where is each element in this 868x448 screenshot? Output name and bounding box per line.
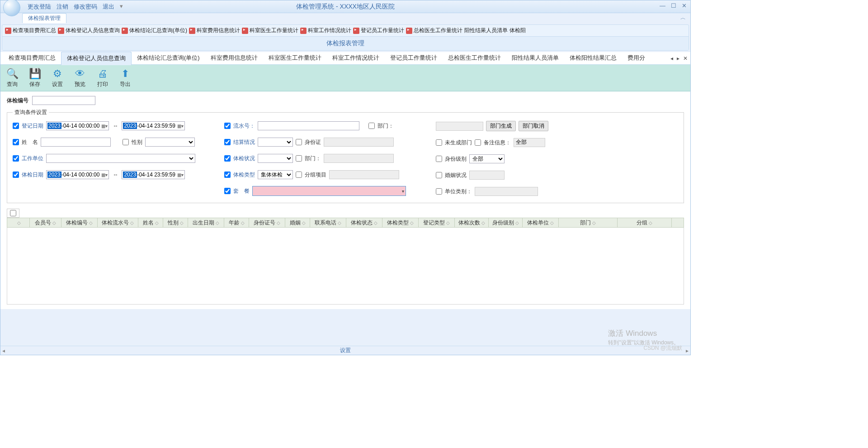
tab-scroll-right-icon[interactable]: ▸	[677, 55, 679, 62]
calendar-icon[interactable]: ▦▾	[177, 172, 184, 177]
select-id-level[interactable]: 全部	[469, 154, 505, 163]
chk-id-level[interactable]	[436, 156, 442, 162]
tab-close-icon[interactable]: ✕	[683, 55, 688, 62]
col-10[interactable]: 联系电话◇	[310, 218, 346, 227]
input-name[interactable]	[41, 138, 111, 147]
col-15[interactable]: 身份级别◇	[489, 218, 523, 227]
reg-date-from[interactable]: 2023-04-14 00:00:00▦▾	[46, 121, 109, 130]
minimize-icon[interactable]: —	[660, 2, 665, 9]
subtab-10[interactable]: 费用分	[622, 52, 651, 65]
subtab-2[interactable]: 体检结论汇总查询(单位)	[132, 52, 205, 65]
col-8[interactable]: 身份证号◇	[249, 218, 285, 227]
maximize-icon[interactable]: ☐	[671, 2, 676, 9]
tb-export[interactable]: ⬆导出	[117, 67, 133, 89]
chk-name[interactable]	[13, 139, 19, 145]
ribbon-item-1[interactable]: 体检登记人员信息查询	[58, 27, 120, 34]
chk-package[interactable]	[224, 188, 231, 194]
subtab-1[interactable]: 体检登记人员信息查询	[61, 52, 132, 65]
ribbon-item-0[interactable]: 检查项目费用汇总	[5, 27, 56, 34]
select-exam-type[interactable]: 集体体检	[258, 170, 293, 179]
menu-change-login[interactable]: 更改登陆	[26, 2, 53, 12]
col-9[interactable]: 婚姻◇	[285, 218, 310, 227]
subtab-4[interactable]: 科室医生工作量统计	[263, 52, 327, 65]
chk-reg-date[interactable]	[13, 123, 19, 129]
select-package[interactable]: ▾	[252, 186, 406, 196]
ribbon-item-2[interactable]: 体检结论汇总查询(单位)	[122, 27, 187, 34]
btn-dept-gen[interactable]: 部门生成	[486, 121, 516, 131]
chk-id[interactable]	[296, 139, 302, 145]
chk-dept1[interactable]	[368, 123, 375, 129]
exam-date-from[interactable]: 2023-04-14 00:00:00▦▾	[46, 170, 109, 179]
col-5[interactable]: 性别◇	[163, 218, 188, 227]
col-13[interactable]: 登记类型◇	[419, 218, 455, 227]
chk-exam-status[interactable]	[224, 155, 231, 162]
menu-exit[interactable]: 退出	[101, 2, 116, 12]
col-14[interactable]: 体检次数◇	[455, 218, 489, 227]
chk-group[interactable]	[296, 172, 302, 178]
input-flow[interactable]	[258, 121, 359, 130]
col-1[interactable]: 会员号◇	[30, 218, 61, 227]
calendar-icon[interactable]: ▦▾	[101, 172, 108, 177]
ribbon-item-5[interactable]: 科室工作情况统计	[300, 27, 351, 34]
subtab-0[interactable]: 检查项目费用汇总	[3, 52, 61, 65]
chk-unit[interactable]	[13, 155, 19, 162]
ribbon-item-7[interactable]: 总检医生工作量统计	[406, 27, 462, 34]
reg-date-to[interactable]: 2023-04-14 23:59:59▦▾	[122, 121, 184, 130]
scroll-right-icon[interactable]: ▸	[686, 348, 689, 354]
subtab-3[interactable]: 科室费用信息统计	[205, 52, 263, 65]
subtab-6[interactable]: 登记员工作量统计	[385, 52, 443, 65]
chk-select-all[interactable]	[10, 210, 16, 216]
calendar-icon[interactable]: ▦▾	[101, 124, 108, 129]
chk-settle[interactable]	[224, 139, 231, 145]
tb-save[interactable]: 💾保存	[27, 67, 43, 89]
tb-query[interactable]: 🔍查询	[4, 67, 20, 89]
chk-unit-type[interactable]	[436, 188, 442, 195]
tab-scroll-left-icon[interactable]: ◂	[670, 55, 673, 62]
chk-exam-date[interactable]	[13, 172, 19, 178]
subtab-7[interactable]: 总检医生工作量统计	[443, 52, 506, 65]
menu-dropdown-icon[interactable]: ▾	[118, 2, 125, 12]
app-orb-icon[interactable]	[3, 0, 20, 16]
subtab-9[interactable]: 体检阳性结果汇总	[564, 52, 622, 65]
module-tab-report[interactable]: 体检报表管理	[22, 13, 66, 23]
chk-flow[interactable]	[224, 123, 231, 129]
tb-settings[interactable]: ⚙设置	[49, 67, 66, 89]
ribbon-item-3[interactable]: 科室费用信息统计	[189, 27, 240, 34]
collapse-ribbon-icon[interactable]: ︿	[680, 14, 686, 22]
col-3[interactable]: 体检流水号◇	[98, 218, 138, 227]
select-settle[interactable]	[258, 138, 293, 147]
col-4[interactable]: 姓名◇	[138, 218, 163, 227]
subtab-5[interactable]: 科室工作情况统计	[327, 52, 385, 65]
col-11[interactable]: 体检状态◇	[346, 218, 382, 227]
chk-remark[interactable]	[475, 139, 481, 146]
col-12[interactable]: 体检类型◇	[382, 218, 419, 227]
subtab-8[interactable]: 阳性结果人员清单	[506, 52, 564, 65]
ribbon-item-8[interactable]: 阳性结果人员清单	[464, 27, 508, 34]
select-unit[interactable]	[46, 154, 195, 163]
scroll-left-icon[interactable]: ◂	[2, 348, 5, 354]
col-0[interactable]: ◇	[7, 218, 30, 227]
ribbon-item-9[interactable]: 体检阳	[509, 27, 526, 34]
chk-exam-type[interactable]	[224, 172, 231, 178]
col-17[interactable]: 部门◇	[559, 218, 618, 227]
menu-change-password[interactable]: 修改密码	[72, 2, 99, 12]
col-18[interactable]: 分组◇	[618, 218, 672, 227]
select-exam-status[interactable]	[258, 154, 293, 163]
tb-print[interactable]: 🖨打印	[94, 67, 111, 89]
col-2[interactable]: 体检编号◇	[61, 218, 98, 227]
chk-dept2[interactable]	[296, 155, 302, 162]
col-16[interactable]: 体检单位◇	[523, 218, 559, 227]
chk-sex[interactable]	[123, 139, 129, 145]
tb-preview[interactable]: 👁预览	[72, 67, 88, 89]
col-7[interactable]: 年龄◇	[224, 218, 249, 227]
chk-marry[interactable]	[436, 172, 442, 178]
btn-dept-cancel[interactable]: 部门取消	[519, 121, 548, 131]
ribbon-item-6[interactable]: 登记员工作量统计	[353, 27, 404, 34]
input-exam-code[interactable]	[32, 96, 95, 105]
menu-logoff[interactable]: 注销	[55, 2, 70, 12]
col-6[interactable]: 出生日期◇	[188, 218, 224, 227]
calendar-icon[interactable]: ▦▾	[177, 124, 184, 129]
select-sex[interactable]	[145, 138, 195, 147]
ribbon-item-4[interactable]: 科室医生工作量统计	[242, 27, 298, 34]
close-icon[interactable]: ✕	[682, 2, 687, 9]
